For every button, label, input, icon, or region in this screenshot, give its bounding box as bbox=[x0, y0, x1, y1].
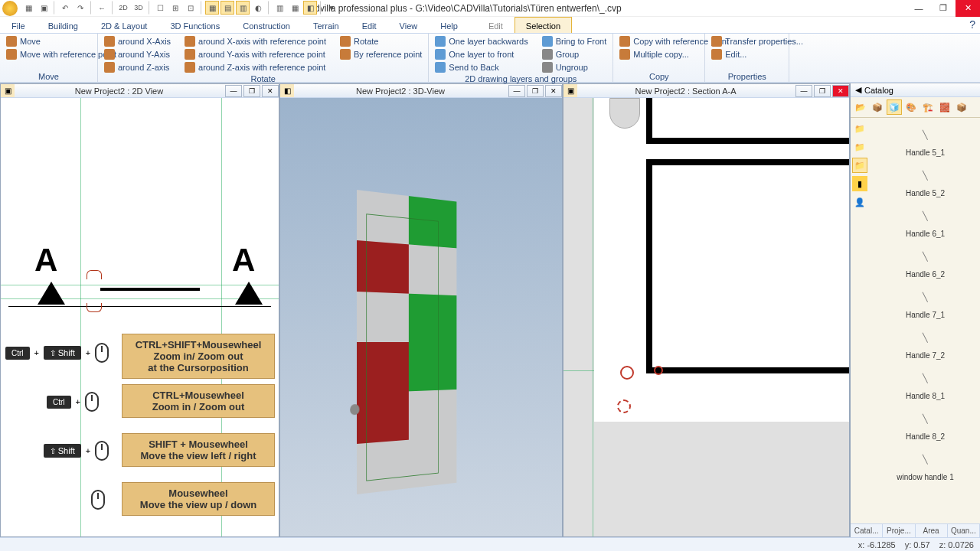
qa-btn[interactable]: ⊡ bbox=[184, 1, 198, 15]
qa-btn[interactable]: ▤ bbox=[220, 1, 234, 15]
tab-construction[interactable]: Construction bbox=[231, 17, 302, 33]
cat-side-btn[interactable]: 📁 bbox=[852, 158, 867, 173]
rot-x-ref[interactable]: around X-axis with reference point bbox=[183, 35, 328, 47]
rot-z[interactable]: around Z-axis bbox=[103, 61, 172, 73]
transfer-props[interactable]: Transfer properties... bbox=[710, 35, 805, 47]
catalog-item[interactable]: ╲Handle 7_2 bbox=[874, 324, 977, 360]
cat-btn[interactable]: 📦 bbox=[954, 99, 969, 115]
help-icon[interactable]: ? bbox=[969, 18, 975, 31]
group[interactable]: Group bbox=[541, 48, 609, 60]
foot-tab[interactable]: Quan... bbox=[948, 524, 980, 537]
send-back[interactable]: Send to Back bbox=[433, 61, 529, 73]
foot-tab[interactable]: Proje... bbox=[883, 524, 915, 537]
tab-file[interactable]: File bbox=[0, 17, 37, 33]
tab-3d-functions[interactable]: 3D Functions bbox=[158, 17, 231, 33]
rot-y-ref[interactable]: around Y-axis with reference point bbox=[183, 48, 328, 60]
qa-btn[interactable]: ▣ bbox=[37, 1, 51, 15]
pane-close[interactable]: ✕ bbox=[832, 85, 849, 97]
qa-btn[interactable]: ▥ bbox=[273, 1, 286, 15]
minimize-button[interactable]: — bbox=[906, 0, 931, 17]
cat-btn[interactable]: 🧊 bbox=[887, 99, 902, 115]
qa-btn[interactable]: ↶ bbox=[58, 1, 72, 15]
qa-btn[interactable]: ▥ bbox=[236, 1, 250, 15]
qa-btn-3d[interactable]: 3D bbox=[132, 1, 145, 15]
cat-btn[interactable]: 🧱 bbox=[937, 99, 952, 115]
qa-btn[interactable]: ↷ bbox=[74, 1, 87, 15]
catalog-item[interactable]: ╲Handle 5_2 bbox=[874, 161, 977, 197]
close-button[interactable]: ✕ bbox=[956, 0, 980, 17]
pane-min[interactable]: — bbox=[508, 85, 525, 97]
separator bbox=[149, 1, 150, 15]
pane-max[interactable]: ❐ bbox=[814, 85, 831, 97]
catalog-item[interactable]: ╲window handle 1 bbox=[874, 445, 977, 481]
maximize-button[interactable]: ❐ bbox=[931, 0, 956, 17]
tab-view[interactable]: View bbox=[388, 17, 430, 33]
rot-x[interactable]: around X-Axis bbox=[103, 35, 172, 47]
cat-btn[interactable]: 📦 bbox=[870, 99, 885, 115]
handle-label: Handle 8_2 bbox=[906, 432, 945, 441]
door-3d[interactable] bbox=[357, 190, 456, 496]
qa-btn[interactable]: ◐ bbox=[251, 1, 265, 15]
pane-max[interactable]: ❐ bbox=[243, 85, 260, 97]
tab-2d-layout[interactable]: 2D & Layout bbox=[90, 17, 159, 33]
cat-side-btn[interactable]: 👤 bbox=[852, 194, 867, 210]
tab-edit[interactable]: Edit bbox=[351, 17, 388, 33]
foot-tab[interactable]: Catal... bbox=[851, 524, 883, 537]
layer-back[interactable]: One layer backwards bbox=[433, 35, 529, 47]
ungroup[interactable]: Ungroup bbox=[541, 61, 609, 73]
pane-body-2d[interactable]: A A Ctrl+ ⇧ Shift+ CTRL+SHIFT+Mousewheel… bbox=[1, 98, 279, 536]
catalog-list[interactable]: ╲Handle 5_1╲Handle 5_2╲Handle 6_1╲Handle… bbox=[871, 118, 980, 523]
qa-btn[interactable]: ▦ bbox=[205, 1, 219, 15]
layer-front[interactable]: One layer to front bbox=[433, 48, 529, 60]
item-label: Edit... bbox=[725, 50, 746, 59]
qa-btn[interactable]: ▼ bbox=[325, 1, 338, 15]
chevron-left-icon[interactable]: ◀ bbox=[855, 85, 861, 95]
catalog-item[interactable]: ╲Handle 7_1 bbox=[874, 283, 977, 319]
marker[interactable] bbox=[654, 366, 663, 375]
qa-btn[interactable]: ☐ bbox=[153, 1, 167, 15]
catalog-item[interactable]: ╲Handle 6_2 bbox=[874, 243, 977, 279]
qa-btn-2d[interactable]: 2D bbox=[116, 1, 130, 15]
rot-z-ref[interactable]: around Z-axis with reference point bbox=[183, 61, 328, 73]
qa-btn[interactable]: ▦ bbox=[288, 1, 302, 15]
cat-btn[interactable]: 🎨 bbox=[903, 99, 919, 115]
cat-btn[interactable]: 🏗️ bbox=[920, 99, 936, 115]
catalog-item[interactable]: ╲Handle 6_1 bbox=[874, 202, 977, 238]
pane-max[interactable]: ❐ bbox=[527, 85, 544, 97]
tab-building[interactable]: Building bbox=[37, 17, 90, 33]
pane-close[interactable]: ✕ bbox=[262, 85, 279, 97]
qa-btn[interactable]: ◧ bbox=[303, 1, 317, 15]
tab-edit-context[interactable]: Edit bbox=[477, 17, 514, 33]
edit-props[interactable]: Edit... bbox=[710, 48, 805, 60]
cat-side-btn[interactable]: 📁 bbox=[852, 139, 867, 155]
cat-side-btn[interactable]: ▮ bbox=[852, 176, 867, 191]
bring-front[interactable]: Bring to Front bbox=[541, 35, 609, 47]
tab-terrain[interactable]: Terrain bbox=[302, 17, 351, 33]
tab-help[interactable]: Help bbox=[429, 17, 469, 33]
compass-icon[interactable] bbox=[609, 98, 640, 129]
pane-min[interactable]: — bbox=[795, 85, 812, 97]
cat-side-btn[interactable]: 📁 bbox=[852, 121, 867, 136]
qa-btn[interactable]: ▦ bbox=[21, 1, 35, 15]
pane-close[interactable]: ✕ bbox=[545, 85, 562, 97]
cat-btn[interactable]: 📂 bbox=[853, 99, 868, 115]
qa-btn[interactable]: ← bbox=[95, 1, 109, 15]
foot-tab[interactable]: Area bbox=[916, 524, 948, 537]
pane-menu-icon[interactable]: ◧ bbox=[280, 84, 294, 98]
qa-btn[interactable]: ⊞ bbox=[168, 1, 182, 15]
catalog-item[interactable]: ╲Handle 5_1 bbox=[874, 121, 977, 157]
rotate-icon bbox=[340, 49, 351, 60]
catalog-item[interactable]: ╲Handle 8_2 bbox=[874, 405, 977, 441]
pane-body-section[interactable] bbox=[564, 98, 849, 536]
rot-y[interactable]: around Y-Axis bbox=[103, 48, 172, 60]
rotate-free[interactable]: Rotate bbox=[338, 35, 423, 47]
pane-body-3d[interactable] bbox=[280, 98, 562, 536]
tab-selection[interactable]: Selection bbox=[514, 17, 572, 33]
marker[interactable] bbox=[617, 399, 631, 413]
catalog-item[interactable]: ╲Handle 8_1 bbox=[874, 364, 977, 400]
pane-min[interactable]: — bbox=[225, 85, 242, 97]
marker[interactable] bbox=[620, 366, 634, 380]
pane-menu-icon[interactable]: ▣ bbox=[1, 84, 15, 98]
rotate-ref[interactable]: By reference point bbox=[338, 48, 423, 60]
pane-menu-icon[interactable]: ▣ bbox=[564, 84, 577, 98]
